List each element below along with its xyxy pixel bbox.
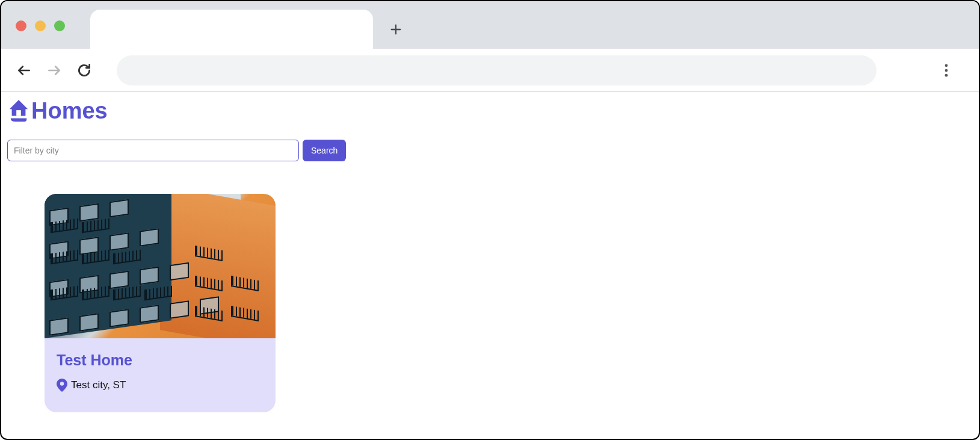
svg-point-0	[945, 64, 948, 67]
new-tab-button[interactable]	[384, 17, 408, 42]
browser-menu-button[interactable]	[938, 62, 955, 79]
search-section: Search	[1, 135, 979, 166]
arrow-left-icon	[16, 63, 32, 78]
svg-point-2	[945, 73, 948, 76]
listing-location-text: Test city, ST	[71, 379, 126, 391]
svg-point-1	[945, 69, 948, 72]
page-content: Homes Search	[1, 92, 979, 440]
window-maximize-button[interactable]	[54, 20, 65, 31]
listings-grid: Test Home Test city, ST	[1, 166, 979, 440]
arrow-right-icon	[46, 63, 62, 78]
listing-photo	[45, 194, 276, 338]
search-button[interactable]: Search	[303, 140, 346, 161]
reload-icon	[76, 63, 92, 78]
browser-tab-active[interactable]	[90, 10, 373, 49]
nav-reload-button[interactable]	[76, 62, 93, 79]
brand-header: Homes	[1, 92, 979, 135]
nav-forward-button	[46, 62, 63, 79]
brand-name: Homes	[31, 98, 108, 124]
nav-back-button[interactable]	[16, 62, 32, 79]
svg-point-4	[60, 382, 64, 385]
listing-card[interactable]: Test Home Test city, ST	[45, 194, 276, 412]
window-close-button[interactable]	[16, 20, 26, 31]
filter-by-city-input[interactable]	[7, 140, 299, 161]
listing-title: Test Home	[57, 352, 263, 369]
svg-rect-3	[16, 110, 21, 116]
location-pin-icon	[57, 379, 67, 392]
browser-toolbar	[1, 49, 979, 92]
kebab-menu-icon	[938, 62, 955, 79]
listing-location: Test city, ST	[57, 379, 263, 392]
url-bar[interactable]	[117, 55, 877, 85]
plus-icon	[389, 23, 402, 36]
window-controls	[16, 20, 65, 31]
window-minimize-button[interactable]	[35, 20, 46, 31]
listing-info: Test Home Test city, ST	[45, 338, 276, 412]
homes-logo-icon	[7, 99, 30, 124]
browser-tab-strip	[1, 1, 979, 49]
